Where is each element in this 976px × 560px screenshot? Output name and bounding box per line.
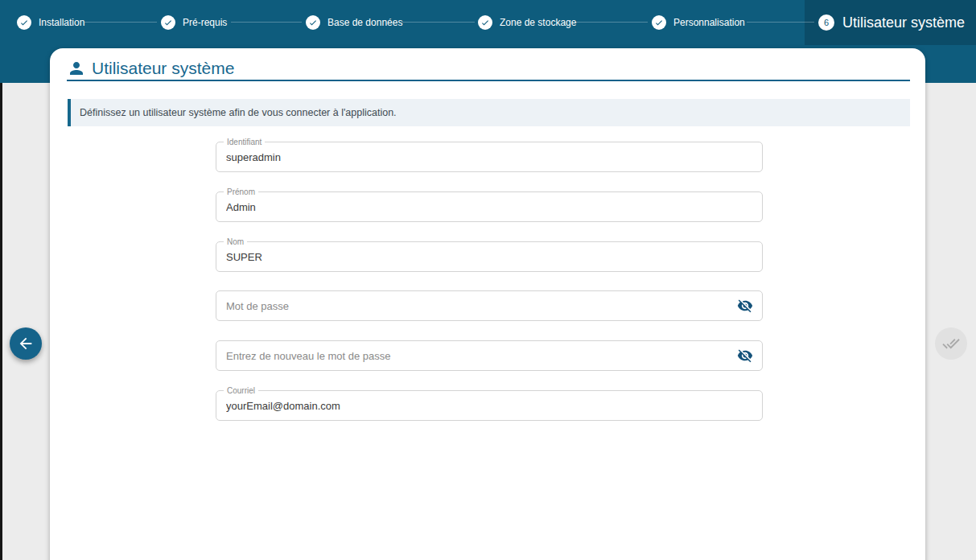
stepper-step-utilisateur-systeme[interactable]: 6 Utilisateur système [818, 0, 965, 45]
step-connector [84, 22, 157, 23]
submit-button[interactable] [935, 327, 967, 360]
check-icon [17, 15, 31, 30]
stepper-step-base-de-donnees[interactable]: Base de données [306, 0, 402, 45]
password-input[interactable] [216, 291, 762, 320]
stepper-step-personnalisation[interactable]: Personnalisation [652, 0, 745, 45]
info-banner: Définissez un utilisateur système afin d… [68, 99, 910, 126]
eye-off-icon [737, 298, 753, 314]
step-label: Pré-requis [183, 17, 227, 28]
prenom-input[interactable] [216, 192, 762, 221]
arrow-left-icon [17, 335, 35, 352]
stepper-step-installation[interactable]: Installation [17, 0, 84, 45]
user-icon [67, 59, 86, 78]
toggle-password-visibility-button[interactable] [735, 345, 756, 366]
nom-field: Nom [216, 241, 763, 272]
double-check-icon [942, 335, 960, 352]
step-label: Zone de stockage [500, 17, 576, 28]
info-text: Définissez un utilisateur système afin d… [80, 107, 397, 118]
page-title: Utilisateur système [92, 59, 234, 78]
back-button[interactable] [10, 327, 42, 360]
toggle-password-visibility-button[interactable] [735, 295, 756, 316]
step-label: Base de données [327, 17, 402, 28]
nom-input[interactable] [216, 242, 762, 271]
password-confirm-field [216, 340, 763, 371]
prenom-field: Prénom [216, 191, 763, 222]
step-label: Personnalisation [673, 17, 745, 28]
password-confirm-input[interactable] [216, 341, 762, 370]
step-number-badge: 6 [818, 14, 834, 31]
step-connector [747, 22, 814, 23]
title-row: Utilisateur système [67, 59, 234, 78]
courriel-field: Courriel [216, 390, 763, 421]
step-label: Installation [39, 17, 84, 28]
content-card: Utilisateur système Définissez un utilis… [50, 48, 925, 560]
stepper-step-pre-requis[interactable]: Pré-requis [161, 0, 227, 45]
installer-window: Installation Pré-requis Base de données … [0, 0, 976, 560]
password-field [216, 290, 763, 321]
check-icon [306, 15, 320, 30]
eye-off-icon [737, 348, 753, 364]
check-icon [652, 15, 666, 30]
check-icon [478, 15, 492, 30]
step-connector [231, 22, 302, 23]
identifiant-input[interactable] [216, 142, 762, 171]
window-edge [0, 83, 2, 560]
check-icon [161, 15, 175, 30]
identifiant-field: Identifiant [216, 142, 763, 172]
courriel-input[interactable] [216, 391, 762, 420]
step-connector [402, 22, 475, 23]
step-label-active: Utilisateur système [842, 14, 965, 31]
stepper-step-zone-de-stockage[interactable]: Zone de stockage [478, 0, 576, 45]
step-connector [575, 22, 648, 23]
title-underline [67, 80, 910, 81]
stepper: Installation Pré-requis Base de données … [0, 0, 976, 45]
